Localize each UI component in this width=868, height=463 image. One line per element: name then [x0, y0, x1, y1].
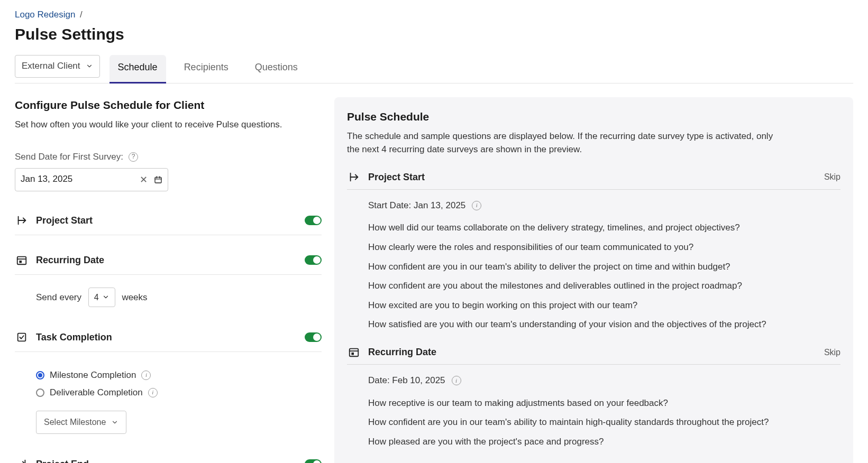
configure-title: Configure Pulse Schedule for Client	[15, 97, 322, 113]
toggle-task-completion: Task Completion	[15, 323, 322, 352]
radio-milestone-row[interactable]: Milestone Completion i	[36, 369, 322, 382]
preview-recurring-meta: Date: Feb 10, 2025 i	[368, 374, 840, 387]
toggle-recurring: Recurring Date	[15, 246, 322, 275]
page-title: Pulse Settings	[15, 23, 853, 46]
start-icon	[15, 215, 29, 226]
svg-rect-14	[350, 349, 359, 357]
chevron-down-icon	[86, 62, 93, 70]
question-item: How confident are you in our team's abil…	[368, 261, 840, 274]
radio-milestone-label: Milestone Completion	[50, 369, 136, 382]
preview-project-start-questions: How well did our teams collaborate on th…	[368, 221, 840, 331]
radio-deliverable[interactable]	[36, 388, 44, 397]
info-icon[interactable]: i	[452, 376, 461, 385]
chevron-down-icon	[102, 293, 109, 301]
question-item: How satisfied are you with our team's un…	[368, 318, 840, 331]
calendar-event-icon	[347, 346, 361, 358]
client-select-label: External Client	[22, 60, 80, 73]
tab-schedule[interactable]: Schedule	[109, 55, 166, 83]
preview-recurring-date: Date: Feb 10, 2025	[368, 374, 445, 387]
toggle-task-switch[interactable]	[305, 332, 322, 342]
question-item: How receptive is our team to making adju…	[368, 397, 840, 410]
tabs-row: External Client Schedule Recipients Ques…	[15, 55, 853, 84]
task-icon	[15, 331, 29, 343]
preview-panel: Pulse Schedule The schedule and sample q…	[334, 97, 853, 463]
preview-recurring: Recurring Date Skip Date: Feb 10, 2025 i…	[347, 345, 840, 449]
toggle-project-start: Project Start	[15, 206, 322, 235]
configure-subtitle: Set how often you would like your client…	[15, 118, 322, 132]
calendar-event-icon	[15, 254, 29, 266]
toggle-project-start-label: Project Start	[36, 214, 297, 227]
milestone-select-label: Select Milestone	[44, 416, 106, 428]
question-item: How pleased are you with the project's p…	[368, 436, 840, 449]
chevron-down-icon	[111, 419, 118, 426]
client-select[interactable]: External Client	[15, 55, 100, 78]
send-date-value: Jan 13, 2025	[21, 173, 133, 186]
toggle-project-end-switch[interactable]	[305, 459, 322, 463]
preview-project-start-title: Project Start	[368, 170, 817, 184]
recurring-interval-row: Send every 4 weeks	[15, 282, 322, 312]
end-icon	[15, 458, 29, 463]
toggle-task-label: Task Completion	[36, 330, 297, 344]
clear-date-icon[interactable]: ✕	[138, 173, 150, 187]
info-icon[interactable]: i	[472, 201, 481, 210]
question-item: How confident are you about the mileston…	[368, 280, 840, 293]
preview-recurring-head: Recurring Date Skip	[347, 345, 840, 365]
question-item: How confident are you in our team's abil…	[368, 416, 840, 429]
breadcrumb-parent[interactable]: Logo Redesign	[15, 10, 75, 20]
skip-recurring[interactable]: Skip	[824, 346, 840, 358]
question-item: How well did our teams collaborate on th…	[368, 221, 840, 235]
radio-deliverable-label: Deliverable Completion	[50, 386, 143, 400]
toggle-project-end-label: Project End	[36, 457, 297, 463]
svg-rect-16	[351, 353, 354, 355]
tab-questions[interactable]: Questions	[246, 55, 306, 83]
tab-recipients[interactable]: Recipients	[176, 55, 237, 83]
send-date-label-row: Send Date for First Survey: ?	[15, 151, 322, 164]
svg-rect-0	[155, 177, 161, 183]
preview-project-start-head: Project Start Skip	[347, 170, 840, 190]
configure-panel: Configure Pulse Schedule for Client Set …	[15, 97, 322, 463]
question-item: How excited are you to begin working on …	[368, 299, 840, 312]
preview-project-start: Project Start Skip Start Date: Jan 13, 2…	[347, 170, 840, 332]
toggle-recurring-label: Recurring Date	[36, 253, 297, 267]
svg-rect-8	[19, 261, 22, 263]
preview-recurring-questions: How receptive is our team to making adju…	[368, 397, 840, 449]
svg-rect-9	[18, 334, 26, 341]
breadcrumb: Logo Redesign /	[15, 8, 853, 22]
info-icon[interactable]: i	[141, 371, 151, 380]
preview-subtitle: The schedule and sample questions are di…	[347, 130, 781, 156]
recurring-prefix: Send every	[36, 292, 81, 302]
info-icon[interactable]: i	[148, 388, 158, 397]
preview-recurring-title: Recurring Date	[368, 345, 817, 359]
preview-project-start-meta: Start Date: Jan 13, 2025 i	[368, 199, 840, 212]
toggle-recurring-switch[interactable]	[305, 255, 322, 265]
help-icon[interactable]: ?	[129, 152, 138, 162]
preview-title: Pulse Schedule	[347, 109, 840, 125]
task-sub-block: Milestone Completion i Deliverable Compl…	[15, 359, 322, 439]
breadcrumb-sep: /	[80, 10, 83, 20]
question-item: How clearly were the roles and responsib…	[368, 241, 840, 254]
start-icon	[347, 171, 361, 183]
send-date-label: Send Date for First Survey:	[15, 151, 123, 164]
recurring-interval-value: 4	[94, 291, 99, 303]
preview-project-start-date: Start Date: Jan 13, 2025	[368, 199, 465, 212]
milestone-select[interactable]: Select Milestone	[36, 411, 126, 433]
toggle-project-end: Project End	[15, 450, 322, 463]
calendar-icon[interactable]	[154, 175, 162, 184]
recurring-interval-select[interactable]: 4	[88, 288, 115, 307]
toggle-project-start-switch[interactable]	[305, 216, 322, 225]
skip-project-start[interactable]: Skip	[824, 171, 840, 183]
send-date-input[interactable]: Jan 13, 2025 ✕	[15, 168, 168, 191]
radio-milestone[interactable]	[36, 371, 44, 379]
radio-deliverable-row[interactable]: Deliverable Completion i	[36, 386, 322, 400]
recurring-suffix: weeks	[122, 292, 147, 302]
